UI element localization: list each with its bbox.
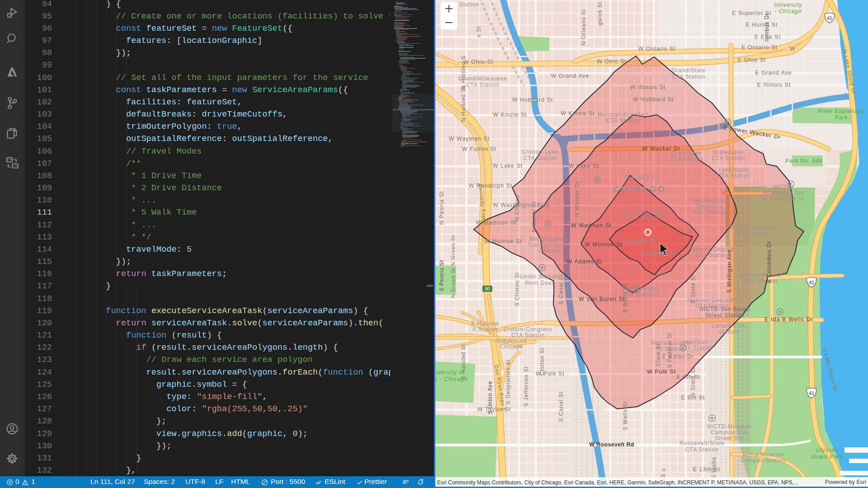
- svg-text:W Marble Pl: W Marble Pl: [642, 251, 676, 257]
- svg-text:CTA Station: CTA Station: [466, 82, 500, 88]
- svg-text:Esri Community Maps Contributo: Esri Community Maps Contributors, City o…: [437, 479, 798, 486]
- svg-text:Madison/Wabash: Madison/Wabash: [730, 225, 778, 231]
- svg-text:Street Station: Street Station: [705, 312, 745, 319]
- svg-text:N Peoria St: N Peoria St: [439, 191, 445, 225]
- svg-text:W Grand Ave: W Grand Ave: [551, 73, 589, 79]
- svg-text:E 8th St: E 8th St: [677, 374, 700, 380]
- svg-text:S Wells St: S Wells St: [622, 401, 628, 430]
- svg-text:S Federal St: S Federal St: [666, 333, 673, 368]
- svg-text:S Clinton St: S Clinton St: [514, 272, 520, 306]
- svg-text:Washington/: Washington/: [692, 197, 726, 204]
- svg-text:W Kinzie St: W Kinzie St: [561, 110, 595, 117]
- svg-text:Powered by Esri: Powered by Esri: [825, 479, 866, 485]
- svg-text:Metra-Ogilvie: Metra-Ogilvie: [529, 236, 567, 242]
- svg-text:at Randolph St: at Randolph St: [762, 196, 804, 202]
- svg-text:State/Lake: State/Lake: [713, 149, 743, 155]
- svg-text:W Illinois St: W Illinois St: [630, 84, 665, 90]
- svg-text:W Lake SL: W Lake SL: [569, 163, 600, 169]
- svg-text:CTA Station: CTA Station: [693, 209, 726, 216]
- svg-text:CTA Station: CTA Station: [524, 155, 557, 161]
- svg-text:W Adams St: W Adams St: [567, 258, 603, 265]
- svg-text:W Van Buren St: W Van Buren St: [579, 296, 625, 302]
- svg-text:- Chicago: - Chicago: [774, 8, 802, 14]
- svg-text:Clinton-Congress: Clinton-Congress: [504, 326, 553, 333]
- svg-text:S Peoria St: S Peoria St: [439, 260, 445, 291]
- svg-text:E Illinois St: E Illinois St: [757, 82, 791, 88]
- svg-text:E Huron St: E Huron St: [745, 22, 778, 28]
- svg-text:E Ohio St: E Ohio St: [738, 57, 766, 63]
- svg-text:Union Station: Union Station: [520, 273, 558, 280]
- svg-text:W Lake St: W Lake St: [493, 163, 523, 169]
- svg-text:CTA Station: CTA Station: [737, 230, 771, 237]
- svg-text:W Couch Pl: W Couch Pl: [624, 174, 657, 180]
- svg-text:iversity of: iversity of: [436, 369, 465, 375]
- svg-text:Ulysses: Ulysses: [816, 447, 839, 453]
- svg-text:W Monroe St: W Monroe St: [585, 241, 623, 248]
- svg-text:A Station: A Station: [472, 326, 498, 333]
- svg-text:Metra-Museum: Metra-Museum: [742, 451, 784, 458]
- svg-text:W Monroe St: W Monroe St: [484, 238, 522, 244]
- svg-text:Campus/11th: Campus/11th: [711, 429, 747, 436]
- svg-text:Clark/Lake: Clark/Lake: [671, 150, 702, 156]
- svg-text:Lake/State: Lake/State: [718, 167, 749, 173]
- svg-text:Street Stn: Street Stn: [715, 435, 743, 441]
- svg-text:S Columbus Dr: S Columbus Dr: [766, 241, 772, 283]
- svg-text:W Randolph St: W Randolph St: [468, 183, 512, 189]
- svg-text:S Canal St: S Canal St: [558, 391, 564, 422]
- svg-text:NICTD-Museum: NICTD-Museum: [707, 423, 752, 430]
- svg-text:W Kinzie St: W Kinzie St: [493, 112, 527, 118]
- svg-text:CTA Station: CTA Station: [606, 117, 640, 124]
- svg-text:West Door: West Door: [524, 280, 554, 286]
- svg-text:E Ontario St: E Ontario St: [741, 44, 778, 51]
- svg-text:Adams/Wabash: Adams/Wabash: [739, 272, 783, 278]
- svg-text:90: 90: [485, 286, 490, 291]
- svg-text:W Hubbard St: W Hubbard St: [633, 96, 674, 103]
- svg-text:Campus Station: Campus Station: [741, 457, 785, 464]
- svg-text:Dearborn: Dearborn: [696, 203, 722, 210]
- svg-text:Millennium Stn: Millennium Stn: [763, 190, 805, 196]
- svg-text:W Wayman St: W Wayman St: [449, 136, 490, 142]
- svg-text:is - Chicago: is - Chicago: [435, 376, 468, 382]
- svg-text:E Grand Ave: E Grand Ave: [755, 70, 792, 76]
- svg-text:N Wacker Dr: N Wacker Dr: [574, 181, 580, 216]
- svg-text:gwick St: gwick St: [597, 2, 603, 26]
- svg-text:W: W: [790, 46, 796, 52]
- svg-text:E Balbo Dr: E Balbo Dr: [662, 353, 694, 360]
- svg-text:S Michigan Ave: S Michigan Ave: [726, 249, 732, 293]
- svg-text:Merchandise Mart: Merchandise Mart: [598, 112, 648, 118]
- svg-text:W Madison St: W Madison St: [571, 222, 612, 229]
- svg-text:W Hubbard St: W Hubbard St: [512, 97, 553, 103]
- svg-text:W Ohio St: W Ohio St: [597, 58, 627, 65]
- svg-text:Park No. 546: Park No. 546: [785, 158, 822, 164]
- svg-text:CTA Station: CTA Station: [679, 345, 713, 351]
- svg-text:N Green St N Green St: N Green St N Green St: [450, 235, 456, 298]
- svg-text:CTA Station: CTA Station: [712, 155, 745, 161]
- svg-text:CTA Station: CTA Station: [627, 215, 661, 221]
- svg-text:Chicago: Chicago: [500, 343, 523, 350]
- svg-text:E 9th St: E 9th St: [681, 394, 705, 401]
- svg-text:NICTD-Van Buren: NICTD-Van Buren: [699, 306, 750, 312]
- svg-text:Station: Station: [718, 328, 738, 335]
- svg-text:S Canal St: S Canal St: [558, 274, 564, 304]
- svg-text:41: 41: [809, 390, 814, 396]
- svg-text:E 13th St: E 13th St: [693, 466, 720, 473]
- svg-text:41: 41: [827, 15, 832, 21]
- svg-text:CHICAGO: CHICAGO: [613, 184, 666, 194]
- svg-text:Grand/State: Grand/State: [671, 67, 706, 74]
- svg-text:W Washington Blvd: W Washington Blvd: [493, 202, 550, 208]
- svg-text:Library-CTA: Library-CTA: [712, 323, 745, 329]
- svg-text:W Arcade Pl: W Arcade Pl: [621, 238, 656, 244]
- svg-text:University: University: [774, 2, 802, 8]
- svg-text:41: 41: [809, 280, 814, 285]
- svg-text:n St: n St: [476, 26, 482, 37]
- svg-text:E Ida B Wells Dr: E Ida B Wells Dr: [764, 316, 813, 323]
- svg-text:Greyhound: Greyhound: [496, 338, 527, 344]
- svg-text:W Fulton St: W Fulton St: [462, 146, 496, 152]
- svg-text:Washington/Wells: Washington/Wells: [619, 209, 669, 215]
- svg-text:W Taylor St: W Taylor St: [477, 406, 511, 413]
- svg-text:Harrison: Harrison: [684, 339, 708, 345]
- svg-text:N Orleans St: N Orleans St: [580, 9, 587, 46]
- svg-text:Grant Park: Grant Park: [811, 454, 843, 460]
- svg-text:W Polk St: W Polk St: [536, 371, 565, 377]
- svg-text:Clinton-Lake: Clinton-Lake: [522, 149, 558, 155]
